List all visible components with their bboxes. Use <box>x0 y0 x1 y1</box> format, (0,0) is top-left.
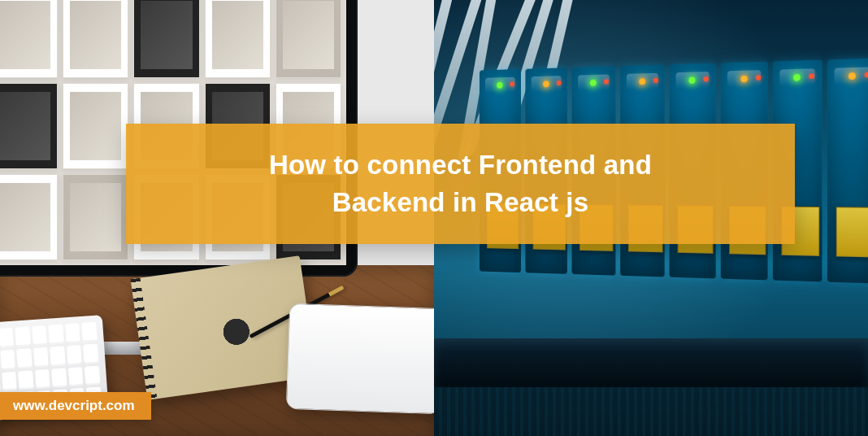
title-line-2: Backend in React js <box>332 187 589 217</box>
title-overlay: How to connect Frontend and Backend in R… <box>126 124 795 244</box>
site-url-badge: www.devcript.com <box>0 392 151 420</box>
banner-container: How to connect Frontend and Backend in R… <box>0 0 868 436</box>
trackpad <box>286 303 434 415</box>
banner-title: How to connect Frontend and Backend in R… <box>269 146 652 221</box>
title-line-1: How to connect Frontend and <box>269 150 652 180</box>
server-module <box>827 58 868 283</box>
rack-bar <box>434 338 868 387</box>
site-url-text: www.devcript.com <box>13 398 135 413</box>
rack-vents <box>434 387 868 436</box>
